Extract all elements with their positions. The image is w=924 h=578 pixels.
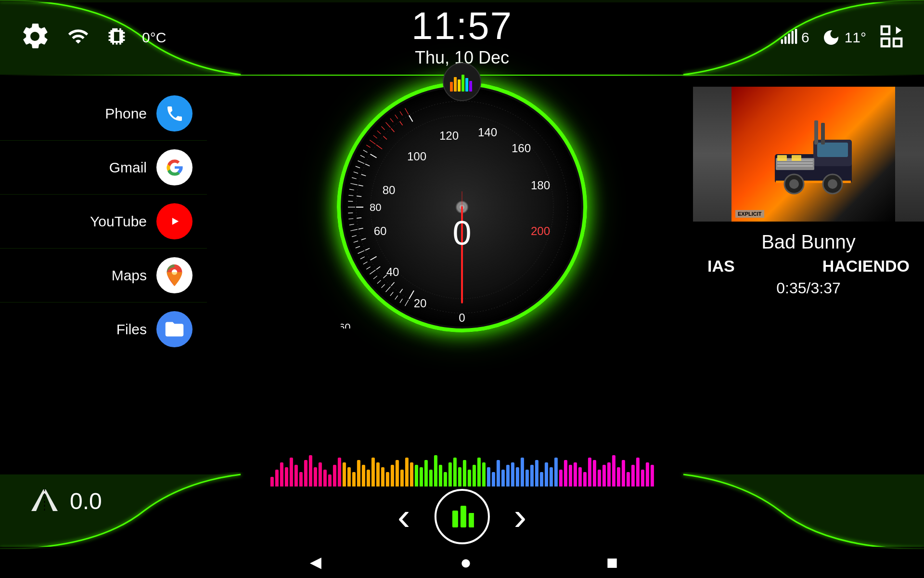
svg-text:40: 40 bbox=[386, 265, 399, 278]
app-icon-phone bbox=[156, 95, 192, 131]
controls-row: ‹ › bbox=[398, 489, 526, 544]
svg-text:120: 120 bbox=[439, 129, 459, 142]
svg-text:60: 60 bbox=[341, 321, 350, 328]
right-panel: EXPLICIT Bad Bunny IAS HACIENDO 0:35/3:3… bbox=[693, 87, 924, 302]
eq-visualization-wide bbox=[270, 453, 654, 486]
svg-text:80: 80 bbox=[383, 184, 396, 197]
signal-display: 6 bbox=[742, 29, 809, 46]
app-label-gmail: Gmail bbox=[109, 159, 147, 176]
wifi-icon bbox=[65, 26, 91, 49]
svg-rect-116 bbox=[814, 120, 818, 144]
weather-display: 11° bbox=[821, 28, 866, 47]
header-left: 0°C bbox=[19, 21, 166, 54]
svg-text:160: 160 bbox=[512, 142, 531, 155]
play-pause-button[interactable] bbox=[435, 489, 490, 544]
svg-point-115 bbox=[828, 179, 837, 189]
svg-text:80: 80 bbox=[370, 201, 381, 213]
road-icon bbox=[29, 487, 60, 515]
header-center: 11:57 Thu, 10 Dec bbox=[411, 7, 513, 68]
svg-rect-110 bbox=[792, 155, 801, 161]
back-button[interactable]: ◄ bbox=[306, 552, 325, 573]
svg-rect-6 bbox=[882, 26, 889, 34]
svg-text:0: 0 bbox=[453, 214, 472, 252]
bottom-nav: ◄ ● ■ bbox=[0, 547, 924, 578]
svg-rect-8 bbox=[882, 39, 889, 46]
svg-rect-9 bbox=[894, 39, 901, 46]
svg-rect-120 bbox=[461, 506, 466, 527]
music-time: 0:35/3:37 bbox=[703, 279, 914, 297]
next-button[interactable]: › bbox=[514, 498, 527, 536]
svg-marker-7 bbox=[896, 26, 901, 34]
svg-text:200: 200 bbox=[531, 224, 550, 237]
app-item-files[interactable]: Files bbox=[0, 302, 207, 356]
app-label-files: Files bbox=[116, 321, 147, 338]
artist-name: Bad Bunny bbox=[703, 231, 914, 253]
svg-text:60: 60 bbox=[374, 224, 387, 237]
svg-rect-119 bbox=[452, 511, 458, 527]
music-info: Bad Bunny IAS HACIENDO 0:35/3:37 bbox=[693, 222, 924, 302]
svg-rect-13 bbox=[462, 75, 464, 92]
header-right: 6 11° bbox=[742, 23, 905, 52]
svg-rect-121 bbox=[469, 513, 474, 527]
album-art-prev bbox=[693, 87, 732, 222]
app-icon-gmail bbox=[156, 149, 192, 185]
clock-display: 11:57 bbox=[411, 7, 513, 45]
album-art-main[interactable]: EXPLICIT bbox=[732, 87, 895, 222]
svg-line-30 bbox=[357, 218, 361, 218]
svg-rect-14 bbox=[465, 78, 468, 92]
svg-rect-12 bbox=[458, 79, 461, 92]
app-item-gmail[interactable]: Gmail bbox=[0, 141, 207, 195]
equalizer-button[interactable] bbox=[443, 63, 481, 101]
song-title-right: HACIENDO bbox=[822, 257, 910, 276]
svg-rect-107 bbox=[777, 162, 813, 164]
svg-text:20: 20 bbox=[414, 297, 427, 310]
svg-text:180: 180 bbox=[531, 179, 550, 192]
app-item-maps[interactable]: Maps bbox=[0, 249, 207, 302]
cpu-icon bbox=[106, 26, 128, 49]
left-sidebar: Phone Gmail YouTube Maps bbox=[0, 87, 207, 356]
app-label-phone: Phone bbox=[105, 105, 147, 122]
app-icon-maps bbox=[156, 257, 192, 293]
music-controls: ‹ › bbox=[398, 489, 526, 544]
recent-button[interactable]: ■ bbox=[606, 552, 618, 573]
song-title-left: IAS bbox=[707, 257, 735, 276]
svg-point-114 bbox=[789, 179, 799, 189]
svg-rect-108 bbox=[777, 165, 813, 167]
settings-icon[interactable] bbox=[19, 21, 51, 54]
app-icon-youtube bbox=[156, 203, 192, 239]
svg-text:140: 140 bbox=[478, 126, 497, 139]
app-label-youtube: YouTube bbox=[90, 213, 147, 230]
album-art-next bbox=[895, 87, 924, 222]
svg-line-31 bbox=[357, 196, 361, 197]
app-icon-files bbox=[156, 311, 192, 347]
svg-line-74 bbox=[348, 213, 353, 213]
svg-text:0: 0 bbox=[459, 311, 465, 324]
speedo-dial: 0 20 40 60 80 0 20 40 60 80 100 120 140 … bbox=[337, 82, 587, 332]
app-item-phone[interactable]: Phone bbox=[0, 87, 207, 141]
svg-rect-109 bbox=[777, 155, 787, 161]
svg-line-76 bbox=[348, 201, 353, 202]
svg-rect-15 bbox=[469, 81, 472, 92]
svg-rect-11 bbox=[454, 77, 457, 92]
temperature-display: 0°C bbox=[142, 29, 166, 46]
svg-rect-104 bbox=[817, 143, 848, 157]
explicit-label: EXPLICIT bbox=[735, 210, 764, 218]
speedometer: 0 20 40 60 80 0 20 40 60 80 100 120 140 … bbox=[337, 82, 587, 332]
odometer-area: 0.0 bbox=[29, 487, 102, 515]
prev-button[interactable]: ‹ bbox=[398, 498, 411, 536]
apps-grid-icon[interactable] bbox=[878, 23, 905, 52]
svg-rect-117 bbox=[821, 123, 825, 144]
home-button[interactable]: ● bbox=[460, 552, 472, 573]
svg-rect-10 bbox=[450, 82, 453, 92]
app-label-maps: Maps bbox=[112, 267, 147, 284]
svg-text:100: 100 bbox=[407, 150, 426, 163]
odometer-value: 0.0 bbox=[70, 488, 102, 514]
app-item-youtube[interactable]: YouTube bbox=[0, 195, 207, 249]
